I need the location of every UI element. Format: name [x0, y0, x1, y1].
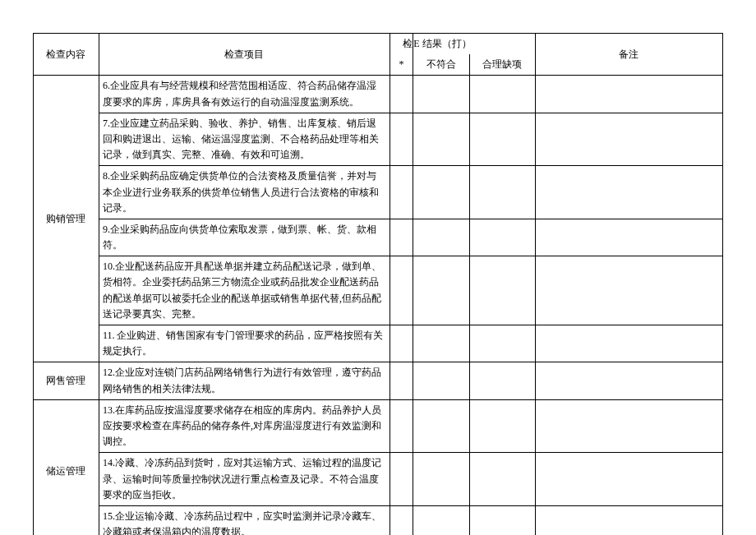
result-fail-cell [413, 399, 469, 453]
remark-cell [535, 219, 722, 256]
result-star-cell [390, 76, 413, 113]
item-cell: 10.企业配送药品应开具配送单据并建立药品配送记录，做到单、货相符。企业委托药品… [99, 256, 390, 325]
table-row: 15.企业运输冷藏、冷冻药品过程中，应实时监测并记录冷藏车、冷藏箱或者保温箱内的… [34, 505, 723, 535]
result-star-cell [390, 219, 413, 256]
remark-cell [535, 256, 722, 325]
table-row: 储运管理 13.在库药品应按温湿度要求储存在相应的库房内。药品养护人员应按要求检… [34, 399, 723, 453]
item-cell: 15.企业运输冷藏、冷冻药品过程中，应实时监测并记录冷藏车、冷藏箱或者保温箱内的… [99, 505, 390, 535]
item-cell: 11. 企业购进、销售国家有专门管理要求的药品，应严格按照有关规定执行。 [99, 325, 390, 362]
table-row: 网售管理 12.企业应对连锁门店药品网络销售行为进行有效管理，遵守药品网络销售的… [34, 362, 723, 399]
result-fail-cell [413, 256, 469, 325]
result-fail-cell [413, 76, 469, 113]
result-fail-cell [413, 219, 469, 256]
col-sub-defect: 合理缺项 [469, 54, 535, 76]
category-cell: 购销管理 [34, 76, 99, 362]
result-star-cell [390, 113, 413, 166]
remark-cell [535, 362, 722, 399]
table-row: 购销管理 6.企业应具有与经营规模和经营范围相适应、符合药品储存温湿度要求的库房… [34, 76, 723, 113]
result-defect-cell [469, 113, 535, 166]
result-fail-cell [413, 505, 469, 535]
result-fail-cell [413, 113, 469, 166]
result-fail-cell [413, 362, 469, 399]
remark-cell [535, 166, 722, 219]
result-star-cell [390, 399, 413, 453]
col-item-header: 检查项目 [99, 34, 390, 76]
remark-cell [535, 453, 722, 506]
result-fail-cell [413, 166, 469, 219]
remark-cell [535, 399, 722, 453]
remark-cell [535, 325, 722, 362]
result-defect-cell [469, 76, 535, 113]
col-result-pre: 检 [390, 34, 413, 55]
result-defect-cell [469, 325, 535, 362]
result-defect-cell [469, 505, 535, 535]
remark-cell [535, 505, 722, 535]
item-cell: 13.在库药品应按温湿度要求储存在相应的库房内。药品养护人员应按要求检查在库药品… [99, 399, 390, 453]
item-cell: 7.企业应建立药品采购、验收、养护、销售、出库复核、销后退回和购进退出、运输、储… [99, 113, 390, 166]
result-defect-cell [469, 399, 535, 453]
category-cell: 网售管理 [34, 362, 99, 399]
item-cell: 6.企业应具有与经营规模和经营范围相适应、符合药品储存温湿度要求的库房，库房具备… [99, 76, 390, 113]
col-category-header: 检查内容 [34, 34, 99, 76]
result-star-cell [390, 325, 413, 362]
result-defect-cell [469, 219, 535, 256]
result-fail-cell [413, 453, 469, 506]
inspection-table: 检查内容 检查项目 检 E 结果（打） 备注 * 不符合 合理缺项 购销管理 6… [33, 33, 723, 535]
table-row: 14.冷藏、冷冻药品到货时，应对其运输方式、运输过程的温度记录、运输时间等质量控… [34, 453, 723, 506]
result-defect-cell [469, 256, 535, 325]
item-cell: 9.企业采购药品应向供货单位索取发票，做到票、帐、货、款相符。 [99, 219, 390, 256]
item-cell: 8.企业采购药品应确定供货单位的合法资格及质量信誉，并对与本企业进行业务联系的供… [99, 166, 390, 219]
result-star-cell [390, 166, 413, 219]
col-sub-fail: 不符合 [413, 54, 469, 76]
result-star-cell [390, 453, 413, 506]
result-star-cell [390, 256, 413, 325]
col-result-main: E 结果（打） [413, 34, 535, 55]
table-row: 9.企业采购药品应向供货单位索取发票，做到票、帐、货、款相符。 [34, 219, 723, 256]
remark-cell [535, 76, 722, 113]
remark-cell [535, 113, 722, 166]
col-remark-header: 备注 [535, 34, 722, 76]
table-header-row-1: 检查内容 检查项目 检 E 结果（打） 备注 [34, 34, 723, 55]
result-defect-cell [469, 362, 535, 399]
category-cell: 储运管理 [34, 399, 99, 535]
result-defect-cell [469, 166, 535, 219]
table-row: 10.企业配送药品应开具配送单据并建立药品配送记录，做到单、货相符。企业委托药品… [34, 256, 723, 325]
result-star-cell [390, 362, 413, 399]
col-sub-star: * [390, 54, 413, 76]
result-star-cell [390, 505, 413, 535]
table-row: 8.企业采购药品应确定供货单位的合法资格及质量信誉，并对与本企业进行业务联系的供… [34, 166, 723, 219]
item-cell: 14.冷藏、冷冻药品到货时，应对其运输方式、运输过程的温度记录、运输时间等质量控… [99, 453, 390, 506]
result-defect-cell [469, 453, 535, 506]
table-row: 11. 企业购进、销售国家有专门管理要求的药品，应严格按照有关规定执行。 [34, 325, 723, 362]
result-fail-cell [413, 325, 469, 362]
item-cell: 12.企业应对连锁门店药品网络销售行为进行有效管理，遵守药品网络销售的相关法律法… [99, 362, 390, 399]
table-row: 7.企业应建立药品采购、验收、养护、销售、出库复核、销后退回和购进退出、运输、储… [34, 113, 723, 166]
